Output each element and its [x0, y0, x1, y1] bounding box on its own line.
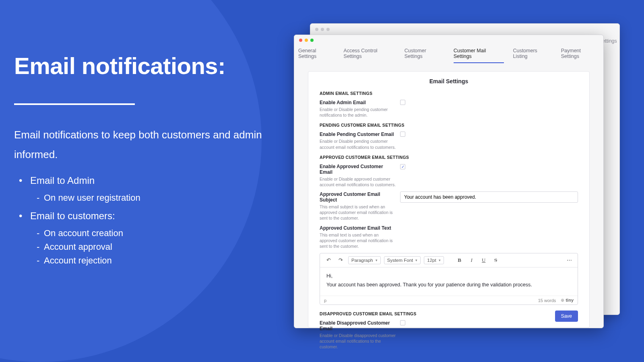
more-icon[interactable]: ⋯: [565, 256, 574, 265]
admin-enable-desc: Enable or Disable pending customer notif…: [320, 107, 396, 118]
underline-icon[interactable]: U: [479, 256, 488, 265]
italic-icon[interactable]: I: [467, 256, 476, 265]
bullet-admin: Email to Admin On new user registration: [14, 175, 264, 203]
chevron-down-icon: ▾: [439, 258, 441, 262]
tab-general[interactable]: General Settings: [298, 48, 335, 63]
sub-bullet-creation: On account creation: [30, 228, 264, 239]
save-button[interactable]: Save: [555, 311, 578, 322]
admin-enable-label: Enable Admin Email: [320, 100, 397, 105]
promo-text-panel: Email notifications: Email notifications…: [14, 52, 264, 273]
tab-customer-mail[interactable]: Customer Mail Settings: [454, 48, 504, 63]
editor-line-2: Your account has been approved. Thank yo…: [326, 282, 571, 288]
pending-enable-label: Enable Pending Customer Email: [320, 132, 397, 137]
promo-subtitle: Email notifications to keep both custome…: [14, 125, 264, 165]
settings-window: General Settings Access Control Settings…: [294, 35, 604, 328]
window-controls: [299, 39, 314, 42]
word-count: 15 words: [538, 298, 556, 303]
strikethrough-icon[interactable]: S: [491, 256, 500, 265]
approved-subject-desc: This email subject is used when an appro…: [320, 204, 396, 221]
approved-enable-desc: Enable or Disable approved customer acco…: [320, 176, 396, 187]
sub-bullet-rejection: Account rejection: [30, 255, 264, 266]
maximize-icon[interactable]: [310, 39, 314, 42]
pending-enable-checkbox[interactable]: [400, 132, 405, 137]
tiny-label: tiny: [566, 298, 574, 302]
admin-enable-checkbox[interactable]: [400, 100, 405, 105]
editor-content[interactable]: Hi, Your account has been approved. Than…: [320, 267, 578, 296]
section-admin: ADMIN EMAIL SETTINGS: [320, 91, 578, 96]
tiny-logo: ⊕ tiny: [561, 298, 574, 303]
bullet-admin-label: Email to Admin: [30, 175, 95, 186]
redo-icon[interactable]: ↷: [336, 256, 345, 265]
approved-enable-label: Enable Approved Customer Email: [320, 164, 397, 175]
disapproved-enable-desc: Enable or Disable disapproved customer a…: [320, 333, 396, 350]
disapproved-enable-label: Enable Disapproved Customer Email: [320, 320, 397, 331]
bullet-customers: Email to customers: On account creation …: [14, 210, 264, 266]
block-format-value: Paragraph: [351, 258, 373, 263]
sub-bullet-approval: Account approval: [30, 242, 264, 252]
section-disapproved: DISAPPROVED CUSTOMER EMAIL SETTINGS: [320, 311, 578, 316]
tab-access-control[interactable]: Access Control Settings: [344, 48, 396, 63]
block-format-select[interactable]: Paragraph▾: [348, 256, 381, 264]
font-family-select[interactable]: System Font▾: [384, 256, 421, 264]
promo-title: Email notifications:: [14, 52, 264, 79]
rich-text-editor: ↶ ↷ Paragraph▾ System Font▾ 12pt▾ B I U …: [320, 253, 578, 305]
font-family-value: System Font: [387, 258, 413, 263]
sub-bullet-registration: On new user registration: [30, 193, 264, 203]
settings-tabs: General Settings Access Control Settings…: [294, 35, 603, 67]
approved-text-label: Approved Customer Email Text: [320, 225, 397, 231]
chevron-down-icon: ▾: [415, 258, 417, 262]
bullet-customers-label: Email to customers:: [30, 210, 115, 221]
close-icon[interactable]: [299, 39, 302, 42]
approved-text-desc: This email text is used when an approved…: [320, 232, 396, 249]
divider: [14, 103, 135, 105]
undo-icon[interactable]: ↶: [324, 256, 333, 265]
approved-enable-checkbox[interactable]: ✓: [400, 164, 405, 169]
email-settings-panel: Email Settings ADMIN EMAIL SETTINGS Enab…: [308, 71, 590, 328]
minimize-icon[interactable]: [305, 39, 308, 42]
pending-enable-desc: Enable or Disable pending customer accou…: [320, 138, 396, 150]
section-pending: PENDING CUSTOMER EMAIL SETTINGS: [320, 123, 578, 128]
font-size-select[interactable]: 12pt▾: [424, 256, 444, 264]
section-approved: APPROVED CUSTOMER EMAIL SETTINGS: [320, 155, 578, 160]
tab-payment[interactable]: Payment Settings: [561, 48, 599, 63]
font-size-value: 12pt: [427, 258, 436, 263]
chevron-down-icon: ▾: [376, 258, 378, 262]
approved-subject-label: Approved Customer Email Subject: [320, 191, 397, 203]
editor-toolbar: ↶ ↷ Paragraph▾ System Font▾ 12pt▾ B I U …: [320, 253, 578, 267]
disapproved-enable-checkbox[interactable]: [400, 320, 405, 325]
bold-icon[interactable]: B: [455, 256, 464, 265]
tab-customers-listing[interactable]: Customers Listing: [513, 48, 552, 63]
editor-line-1: Hi,: [326, 273, 571, 279]
tab-customer[interactable]: Customer Settings: [405, 48, 445, 63]
panel-title: Email Settings: [320, 78, 578, 84]
approved-subject-input[interactable]: [400, 191, 578, 203]
editor-path: p: [324, 298, 326, 303]
